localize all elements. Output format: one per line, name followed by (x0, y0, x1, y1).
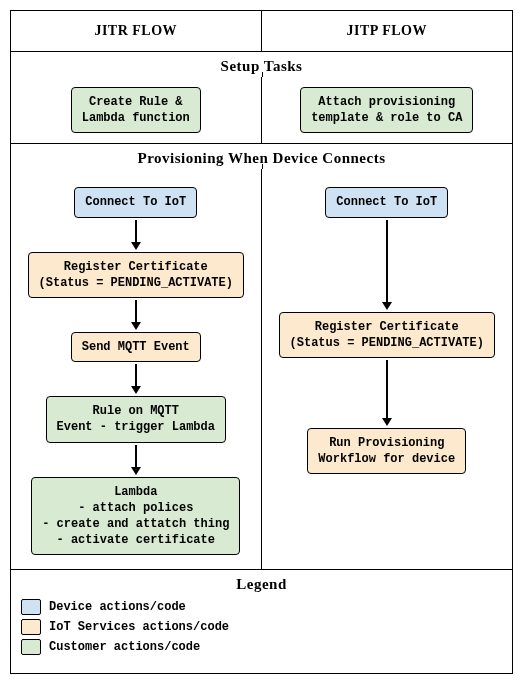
jitr-flow-col: Connect To IoT Register Certificate(Stat… (11, 169, 262, 569)
legend-row-iot: IoT Services actions/code (21, 619, 502, 635)
header-row: JITR FLOW JITP FLOW (11, 11, 512, 51)
legend-label-iot: IoT Services actions/code (49, 620, 229, 634)
legend-row-customer: Customer actions/code (21, 639, 502, 655)
legend-swatch-customer (21, 639, 41, 655)
jitp-register-box: Register Certificate(Status = PENDING_AC… (279, 312, 495, 358)
diagram-frame: JITR FLOW JITP FLOW Setup Tasks Create R… (10, 10, 513, 674)
legend-swatch-device (21, 599, 41, 615)
jitr-lambda-box: Lambda- attach polices- create and attat… (31, 477, 240, 556)
arrow-down-icon (131, 364, 141, 394)
header-jitp: JITP FLOW (262, 11, 513, 51)
jitr-rule-box: Rule on MQTTEvent - trigger Lambda (46, 396, 226, 442)
header-jitr: JITR FLOW (11, 11, 262, 51)
arrow-down-icon (131, 445, 141, 475)
jitp-run-box: Run ProvisioningWorkflow for device (307, 428, 466, 474)
setup-jitp-col: Attach provisioningtemplate & role to CA (262, 77, 513, 143)
setup-jitr-col: Create Rule &Lambda function (11, 77, 262, 143)
jitp-flow-col: Connect To IoT Register Certificate(Stat… (262, 169, 513, 569)
legend-title: Legend (21, 576, 502, 593)
arrow-down-icon (131, 300, 141, 330)
section-title-provisioning: Provisioning When Device Connects (11, 143, 512, 169)
legend-label-device: Device actions/code (49, 600, 186, 614)
legend-row-device: Device actions/code (21, 599, 502, 615)
setup-jitp-box: Attach provisioningtemplate & role to CA (300, 87, 473, 133)
legend-section: Legend Device actions/code IoT Services … (11, 569, 512, 673)
arrow-down-icon (382, 220, 392, 310)
jitr-connect-box: Connect To IoT (74, 187, 197, 217)
section-title-setup: Setup Tasks (11, 51, 512, 77)
provisioning-row: Connect To IoT Register Certificate(Stat… (11, 169, 512, 569)
jitr-mqtt-box: Send MQTT Event (71, 332, 201, 362)
setup-jitr-box: Create Rule &Lambda function (71, 87, 201, 133)
legend-label-customer: Customer actions/code (49, 640, 200, 654)
jitr-register-box: Register Certificate(Status = PENDING_AC… (28, 252, 244, 298)
setup-row: Create Rule &Lambda function Attach prov… (11, 77, 512, 143)
jitp-connect-box: Connect To IoT (325, 187, 448, 217)
arrow-down-icon (131, 220, 141, 250)
arrow-down-icon (382, 360, 392, 426)
legend-swatch-iot (21, 619, 41, 635)
